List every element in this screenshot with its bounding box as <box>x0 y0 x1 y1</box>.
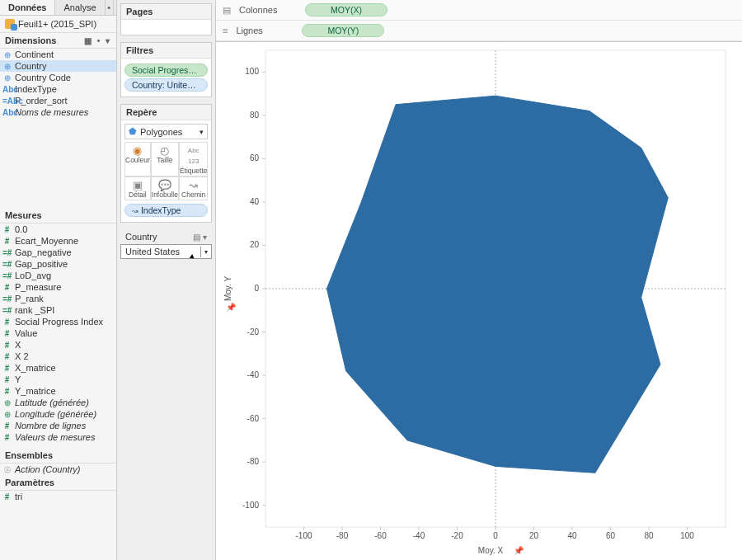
dimensions-list: ⊕Continent⊕Country⊕Country CodeAbcIndexT… <box>0 49 116 118</box>
measures-list: #0.0#Ecart_Moyenne=#Gap_negative=#Gap_po… <box>0 224 116 443</box>
columns-icon: ▤ <box>223 5 231 16</box>
marks-color[interactable]: ◉Couleur <box>124 142 151 176</box>
shelves: ▤ Colonnes MOY(X) ≡ Lignes MOY(Y) <box>216 0 742 42</box>
palette-icon: ◉ <box>125 145 150 156</box>
svg-text:Moy. Y: Moy. Y <box>223 276 232 302</box>
field-item[interactable]: ⊕Country <box>0 60 116 72</box>
field-item[interactable]: ⊕Latitude (générée) <box>0 397 116 408</box>
svg-text:20: 20 <box>250 240 260 249</box>
rows-pill[interactable]: MOY(Y) <box>302 24 384 37</box>
quickfilter-title: Country ▤ ▾ <box>120 229 212 244</box>
marks-label[interactable]: Abc123Étiquette <box>179 142 209 176</box>
measures-header: Mesures <box>0 208 116 224</box>
svg-text:-40: -40 <box>247 370 260 379</box>
dimensions-tools[interactable]: ▦ • ▾ <box>84 36 111 45</box>
tab-analysis[interactable]: Analyse <box>55 0 105 15</box>
params-list: #tri <box>0 491 116 502</box>
svg-text:📌: 📌 <box>226 302 237 313</box>
dimensions-header: Dimensions ▦ • ▾ <box>0 33 116 49</box>
marks-path-pill[interactable]: ↝ IndexType <box>124 204 208 217</box>
svg-text:40: 40 <box>250 197 260 206</box>
label-icon: Abc123 <box>180 145 208 167</box>
sets-header: Ensembles <box>0 448 116 464</box>
tab-data[interactable]: Données <box>0 0 55 15</box>
filters-card: Filtres Social Progress IndexCountry: Un… <box>120 42 212 97</box>
field-item[interactable]: =#rank _SPI <box>0 304 116 316</box>
country-quickfilter[interactable]: United States ▾ <box>120 244 212 259</box>
filter-pill[interactable]: Country: United Stat.. <box>124 78 208 92</box>
worksheet-area: ▤ Colonnes MOY(X) ≡ Lignes MOY(Y) -100-8… <box>216 0 742 560</box>
field-item[interactable]: =#Gap_positive <box>0 258 116 270</box>
svg-text:-40: -40 <box>413 531 425 540</box>
field-item[interactable]: ⦾Action (Country) <box>0 464 116 475</box>
size-icon: ◴ <box>152 145 178 156</box>
field-item[interactable]: =#P_rank <box>0 293 116 304</box>
field-item[interactable]: #tri <box>0 491 116 502</box>
data-pane: Données Analyse • Feuil1+ (2015_SPI) Dim… <box>0 0 117 560</box>
field-item[interactable]: AbcIndexType <box>0 83 116 95</box>
cards-pane: Pages Filtres Social Progress IndexCount… <box>117 0 216 560</box>
datasource-name: Feuil1+ (2015_SPI) <box>18 19 96 29</box>
field-item[interactable]: ⊕Continent <box>0 49 116 60</box>
side-tabs: Données Analyse • <box>0 0 116 16</box>
detail-icon: ▣ <box>125 180 150 191</box>
field-item[interactable]: #X_matrice <box>0 362 116 374</box>
chevron-down-icon[interactable]: ▾ <box>200 247 211 257</box>
marks-path[interactable]: ↝Chemin <box>179 176 209 200</box>
svg-text:-80: -80 <box>247 457 260 466</box>
field-item[interactable]: #Y <box>0 374 116 385</box>
field-item[interactable]: #X 2 <box>0 351 116 362</box>
field-item[interactable]: #X <box>0 339 116 351</box>
tab-collapse[interactable]: • <box>106 0 114 15</box>
field-item[interactable]: #Y_matrice <box>0 385 116 397</box>
field-item[interactable]: =#Gap_negative <box>0 247 116 258</box>
marks-tooltip[interactable]: 💬Infobulle <box>151 176 179 200</box>
polygon-icon: ⬟ <box>129 126 137 137</box>
field-item[interactable]: =#LoD_avg <box>0 270 116 281</box>
svg-text:-100: -100 <box>242 501 259 510</box>
svg-text:-100: -100 <box>295 531 312 540</box>
field-item[interactable]: ⊕Longitude (générée) <box>0 408 116 420</box>
field-item[interactable]: AbcNoms de mesures <box>0 106 116 118</box>
field-item[interactable]: #Ecart_Moyenne <box>0 235 116 247</box>
svg-text:100: 100 <box>245 67 259 76</box>
svg-text:80: 80 <box>644 531 654 540</box>
svg-text:80: 80 <box>250 111 260 120</box>
rows-shelf[interactable]: ≡ Lignes MOY(Y) <box>216 21 742 41</box>
svg-text:60: 60 <box>606 531 616 540</box>
field-item[interactable]: =AbcP_order_sort <box>0 95 116 106</box>
columns-pill[interactable]: MOY(X) <box>305 3 387 16</box>
svg-text:-80: -80 <box>336 531 349 540</box>
svg-text:-20: -20 <box>247 327 260 336</box>
svg-text:40: 40 <box>567 531 577 540</box>
columns-shelf[interactable]: ▤ Colonnes MOY(X) <box>216 0 742 21</box>
svg-text:60: 60 <box>250 153 260 162</box>
svg-text:0: 0 <box>254 284 259 293</box>
svg-text:-20: -20 <box>451 531 463 540</box>
svg-text:20: 20 <box>529 531 539 540</box>
svg-text:0: 0 <box>493 531 498 540</box>
tooltip-icon: 💬 <box>152 180 178 191</box>
svg-text:-60: -60 <box>374 531 387 540</box>
field-item[interactable]: ⊕Country Code <box>0 72 116 83</box>
marks-size[interactable]: ◴Taille <box>151 142 179 176</box>
field-item[interactable]: #Value <box>0 327 116 339</box>
path-icon: ↝ <box>180 180 208 191</box>
field-item[interactable]: #P_measure <box>0 281 116 293</box>
mark-type-dropdown[interactable]: ⬟ Polygones ▾ <box>124 124 208 139</box>
sets-list: ⦾Action (Country) <box>0 464 116 475</box>
chart: -100-80-60-40-20020406080100-100-80-60-4… <box>216 42 742 560</box>
marks-detail[interactable]: ▣Détail <box>124 176 151 200</box>
field-item[interactable]: #Nombre de lignes <box>0 420 116 431</box>
quickfilter-menu-icon[interactable]: ▤ ▾ <box>193 233 207 242</box>
datasource-row[interactable]: Feuil1+ (2015_SPI) <box>0 16 116 33</box>
datasource-icon <box>5 19 15 29</box>
viz-canvas[interactable]: -100-80-60-40-20020406080100-100-80-60-4… <box>216 42 742 560</box>
filter-pill[interactable]: Social Progress Index <box>124 64 208 77</box>
svg-text:100: 100 <box>680 531 694 540</box>
field-item[interactable]: #Valeurs de mesures <box>0 431 116 443</box>
params-header: Paramètres <box>0 475 116 491</box>
svg-text:📌: 📌 <box>514 545 524 556</box>
field-item[interactable]: #Social Progress Index <box>0 316 116 327</box>
field-item[interactable]: #0.0 <box>0 224 116 235</box>
